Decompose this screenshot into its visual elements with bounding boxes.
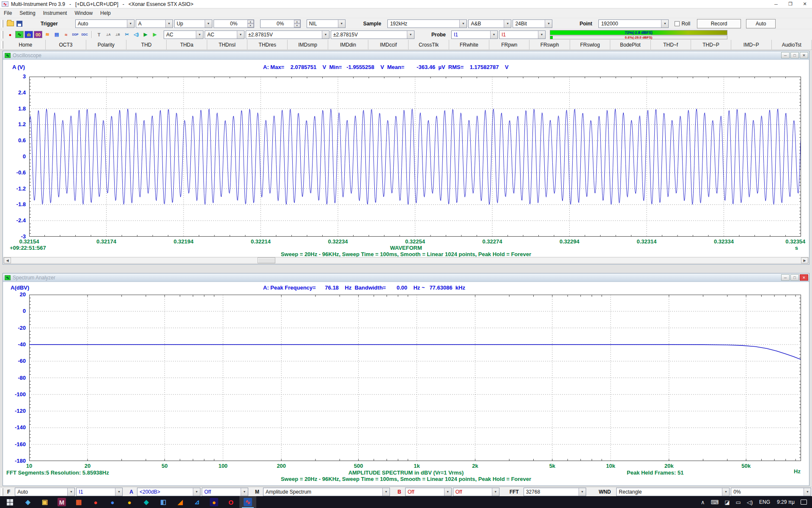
- tray-graphics-icon[interactable]: ◪: [721, 499, 732, 505]
- opera-icon[interactable]: O: [222, 496, 239, 508]
- tab-polarity[interactable]: Polarity: [86, 40, 126, 50]
- data-curve-icon[interactable]: ≈: [62, 31, 70, 38]
- action-center-icon[interactable]: [801, 500, 807, 505]
- tab-thdp[interactable]: THD~P: [691, 40, 731, 50]
- tab-imdccif[interactable]: IMDccif: [368, 40, 409, 50]
- channel-b-range-select[interactable]: Off▼: [405, 488, 452, 496]
- window-function-select[interactable]: Rectangle▼: [616, 488, 730, 496]
- pinned-app-icon-1[interactable]: ◈: [19, 496, 36, 508]
- channel-a-extra-select[interactable]: Off▼: [202, 488, 248, 496]
- ddp-viewer-icon[interactable]: DDP: [71, 31, 80, 38]
- tab-thda[interactable]: THDa: [167, 40, 207, 50]
- marker-a-icon[interactable]: ⊥A: [104, 31, 112, 38]
- record-button[interactable]: Record: [697, 19, 741, 28]
- run-icon[interactable]: ▶: [151, 31, 159, 38]
- pinned-app-icon-3[interactable]: M: [53, 496, 70, 508]
- spectrum-maximize-button[interactable]: □: [790, 274, 799, 281]
- oscilloscope-close-button[interactable]: ✕: [800, 52, 808, 58]
- trigger-mode-select[interactable]: Auto▼: [75, 19, 134, 28]
- play-icon[interactable]: ▶: [141, 31, 150, 38]
- oscilloscope-minimize-button[interactable]: ─: [781, 52, 790, 58]
- dropdown-arrow-icon[interactable]: ▼: [579, 488, 586, 496]
- cursor-reader-icon[interactable]: T: [95, 31, 103, 38]
- dropdown-arrow-icon[interactable]: ▼: [237, 31, 244, 39]
- tab-imdsmp[interactable]: IMDsmp: [288, 40, 328, 50]
- save-file-icon[interactable]: [16, 21, 22, 27]
- record-indicator-icon[interactable]: ●: [6, 31, 14, 38]
- scroll-left-icon[interactable]: ◀: [4, 257, 11, 263]
- tab-thdf[interactable]: THD~f: [651, 40, 691, 50]
- tray-chevron-up-icon[interactable]: ∧: [698, 499, 708, 505]
- menu-file[interactable]: File: [0, 8, 16, 18]
- vscode-icon[interactable]: ⊿: [189, 496, 206, 508]
- sampling-rate-select[interactable]: 192kHz▼: [387, 19, 467, 28]
- tray-touch-keyboard-icon[interactable]: ⌨: [708, 499, 721, 505]
- clock[interactable]: 9:29 πμ: [774, 499, 798, 505]
- frequency-axis-select[interactable]: Auto▼: [15, 488, 75, 496]
- dropdown-arrow-icon[interactable]: ▼: [407, 31, 414, 39]
- pinned-app-icon-4[interactable]: ▦: [70, 496, 87, 508]
- dropdown-arrow-icon[interactable]: ▼: [115, 488, 122, 496]
- dropdown-arrow-icon[interactable]: ▼: [322, 31, 329, 39]
- coupling-b-select[interactable]: AC▼: [205, 30, 244, 39]
- trigger-edge-select[interactable]: Up▼: [174, 19, 212, 28]
- stepper-up-icon[interactable]: ▲: [247, 20, 254, 24]
- dropdown-arrow-icon[interactable]: ▼: [165, 20, 173, 28]
- oscilloscope-plot-area[interactable]: [29, 77, 801, 237]
- dropdown-arrow-icon[interactable]: ▼: [661, 20, 668, 28]
- firefox-icon[interactable]: ●: [206, 496, 222, 508]
- tab-bodeplot[interactable]: BodePlot: [610, 40, 650, 50]
- pinned-app-icon-8[interactable]: ◆: [138, 496, 155, 508]
- tab-audiotst[interactable]: AudioTst: [772, 40, 812, 50]
- language-indicator[interactable]: ENG: [756, 499, 774, 505]
- probe-select[interactable]: I1▼: [76, 488, 123, 496]
- tab-thdnsl[interactable]: THDnsl: [207, 40, 247, 50]
- dropdown-arrow-icon[interactable]: ▼: [127, 20, 134, 28]
- tab-frwhite[interactable]: FRwhite: [449, 40, 489, 50]
- auto-scale-button[interactable]: Auto: [746, 19, 776, 28]
- dropdown-arrow-icon[interactable]: ▼: [196, 31, 203, 39]
- menu-window[interactable]: Window: [71, 8, 96, 18]
- spectrum-plot-area[interactable]: [29, 295, 801, 461]
- dropdown-arrow-icon[interactable]: ▼: [538, 31, 545, 39]
- tray-volume-icon[interactable]: ◁): [744, 499, 756, 505]
- tab-frswlog[interactable]: FRswlog: [570, 40, 610, 50]
- coupling-a-select[interactable]: AC▼: [164, 30, 203, 39]
- dropdown-arrow-icon[interactable]: ▼: [241, 488, 248, 496]
- trigger-hpf-select[interactable]: NIL▼: [307, 19, 346, 28]
- signal-generator-icon[interactable]: ≋: [43, 31, 52, 38]
- trigger-level-stepper[interactable]: 0%▲▼: [214, 19, 254, 28]
- tray-network-icon[interactable]: ▭: [732, 499, 743, 505]
- dropdown-arrow-icon[interactable]: ▼: [205, 20, 212, 28]
- open-file-icon[interactable]: [7, 21, 14, 26]
- analysis-mode-select[interactable]: Amplitude Spectrum▼: [263, 488, 390, 496]
- spectrum-3d-plot-icon[interactable]: ▤: [52, 31, 61, 38]
- sampling-channels-select[interactable]: A&B▼: [468, 19, 511, 28]
- toolbar-grip[interactable]: [1, 488, 3, 496]
- menu-instrument[interactable]: Instrument: [39, 8, 71, 18]
- dropdown-arrow-icon[interactable]: ▼: [193, 488, 200, 496]
- roll-checkbox[interactable]: Roll: [675, 21, 690, 27]
- tab-home[interactable]: Home: [5, 40, 46, 50]
- tab-oct3[interactable]: OCT3: [46, 40, 86, 50]
- tab-imddin[interactable]: IMDdin: [328, 40, 368, 50]
- multi-instrument-taskbar-icon[interactable]: ∿: [239, 496, 256, 508]
- calibration-icon[interactable]: ✂: [123, 31, 131, 38]
- range-a-select[interactable]: ±2.87815V▼: [246, 30, 329, 39]
- menu-setting[interactable]: Setting: [16, 8, 39, 18]
- marker-b-icon[interactable]: ⊥B: [113, 31, 122, 38]
- dropdown-arrow-icon[interactable]: ▼: [804, 488, 811, 496]
- ddc-viewer-icon[interactable]: DDC: [80, 31, 89, 38]
- tab-thd[interactable]: THD: [126, 40, 167, 50]
- stepper-down-icon[interactable]: ▼: [247, 24, 254, 28]
- tab-imdp[interactable]: IMD~P: [731, 40, 771, 50]
- pinned-app-icon-10[interactable]: ◢: [172, 496, 189, 508]
- toolbar-grip[interactable]: [1, 41, 3, 49]
- pinned-app-icon-7[interactable]: ●: [121, 496, 138, 508]
- file-explorer-icon[interactable]: ▣: [36, 496, 53, 508]
- oscilloscope-titlebar[interactable]: ∿ Oscilloscope ─ □ ✕: [3, 51, 809, 60]
- spectrum-close-button[interactable]: ✕: [800, 274, 808, 281]
- app-minimize-button[interactable]: ─: [769, 0, 783, 8]
- record-length-select[interactable]: 192000▼: [598, 19, 669, 28]
- range-b-select[interactable]: ±2.87815V▼: [331, 30, 414, 39]
